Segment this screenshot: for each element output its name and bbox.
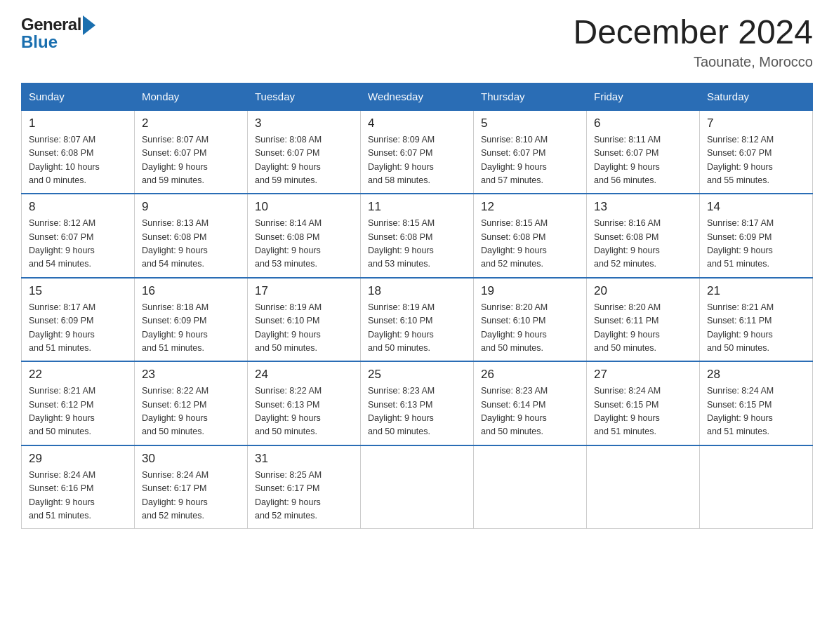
calendar-day-cell: 17 Sunrise: 8:19 AMSunset: 6:10 PMDaylig… [248,278,361,362]
location-text: Taounate, Morocco [573,54,813,70]
day-info: Sunrise: 8:18 AMSunset: 6:09 PMDaylight:… [142,301,240,356]
day-info: Sunrise: 8:07 AMSunset: 6:08 PMDaylight:… [29,133,127,188]
day-number: 29 [29,452,127,466]
day-info: Sunrise: 8:24 AMSunset: 6:15 PMDaylight:… [707,384,805,439]
day-info: Sunrise: 8:11 AMSunset: 6:07 PMDaylight:… [594,133,692,188]
day-info: Sunrise: 8:17 AMSunset: 6:09 PMDaylight:… [707,217,805,271]
calendar-week-row: 29 Sunrise: 8:24 AMSunset: 6:16 PMDaylig… [22,445,813,529]
title-section: December 2024 Taounate, Morocco [573,14,813,70]
day-number: 2 [142,116,240,130]
day-info: Sunrise: 8:22 AMSunset: 6:12 PMDaylight:… [142,384,240,439]
day-info: Sunrise: 8:19 AMSunset: 6:10 PMDaylight:… [368,301,466,356]
calendar-day-cell: 10 Sunrise: 8:14 AMSunset: 6:08 PMDaylig… [248,194,361,278]
day-info: Sunrise: 8:25 AMSunset: 6:17 PMDaylight:… [255,469,353,523]
day-number: 5 [481,116,579,130]
day-header-monday: Monday [135,83,248,110]
day-info: Sunrise: 8:22 AMSunset: 6:13 PMDaylight:… [255,384,353,439]
calendar-day-cell: 12 Sunrise: 8:15 AMSunset: 6:08 PMDaylig… [474,194,587,278]
calendar-week-row: 22 Sunrise: 8:21 AMSunset: 6:12 PMDaylig… [22,361,813,445]
month-title: December 2024 [573,14,813,51]
calendar-day-cell: 31 Sunrise: 8:25 AMSunset: 6:17 PMDaylig… [248,445,361,529]
day-number: 22 [29,368,127,382]
day-number: 23 [142,368,240,382]
day-header-thursday: Thursday [474,83,587,110]
calendar-day-cell [587,445,700,529]
calendar-day-cell: 9 Sunrise: 8:13 AMSunset: 6:08 PMDayligh… [135,194,248,278]
day-header-friday: Friday [587,83,700,110]
day-number: 19 [481,284,579,298]
logo: General Blue [21,14,95,52]
logo-arrow-icon [83,15,95,35]
calendar-day-cell: 21 Sunrise: 8:21 AMSunset: 6:11 PMDaylig… [700,278,813,362]
calendar-week-row: 15 Sunrise: 8:17 AMSunset: 6:09 PMDaylig… [22,278,813,362]
day-info: Sunrise: 8:10 AMSunset: 6:07 PMDaylight:… [481,133,579,188]
calendar-day-cell: 25 Sunrise: 8:23 AMSunset: 6:13 PMDaylig… [361,361,474,445]
calendar-table: SundayMondayTuesdayWednesdayThursdayFrid… [21,83,813,530]
day-info: Sunrise: 8:21 AMSunset: 6:11 PMDaylight:… [707,301,805,356]
day-info: Sunrise: 8:09 AMSunset: 6:07 PMDaylight:… [368,133,466,188]
logo-blue-text: Blue [21,32,58,52]
day-info: Sunrise: 8:16 AMSunset: 6:08 PMDaylight:… [594,217,692,271]
calendar-week-row: 1 Sunrise: 8:07 AMSunset: 6:08 PMDayligh… [22,110,813,194]
day-number: 14 [707,200,805,214]
day-info: Sunrise: 8:24 AMSunset: 6:17 PMDaylight:… [142,469,240,523]
calendar-day-cell: 4 Sunrise: 8:09 AMSunset: 6:07 PMDayligh… [361,110,474,194]
day-number: 10 [255,200,353,214]
day-number: 30 [142,452,240,466]
day-number: 24 [255,368,353,382]
calendar-header-row: SundayMondayTuesdayWednesdayThursdayFrid… [22,83,813,110]
day-info: Sunrise: 8:24 AMSunset: 6:16 PMDaylight:… [29,469,127,523]
day-info: Sunrise: 8:20 AMSunset: 6:10 PMDaylight:… [481,301,579,356]
day-number: 13 [594,200,692,214]
calendar-day-cell: 1 Sunrise: 8:07 AMSunset: 6:08 PMDayligh… [22,110,135,194]
day-info: Sunrise: 8:12 AMSunset: 6:07 PMDaylight:… [29,217,127,271]
day-info: Sunrise: 8:07 AMSunset: 6:07 PMDaylight:… [142,133,240,188]
calendar-day-cell: 23 Sunrise: 8:22 AMSunset: 6:12 PMDaylig… [135,361,248,445]
day-info: Sunrise: 8:23 AMSunset: 6:13 PMDaylight:… [368,384,466,439]
day-info: Sunrise: 8:17 AMSunset: 6:09 PMDaylight:… [29,301,127,356]
calendar-day-cell: 24 Sunrise: 8:22 AMSunset: 6:13 PMDaylig… [248,361,361,445]
day-number: 7 [707,116,805,130]
calendar-day-cell [361,445,474,529]
day-info: Sunrise: 8:20 AMSunset: 6:11 PMDaylight:… [594,301,692,356]
calendar-day-cell: 16 Sunrise: 8:18 AMSunset: 6:09 PMDaylig… [135,278,248,362]
day-info: Sunrise: 8:12 AMSunset: 6:07 PMDaylight:… [707,133,805,188]
day-number: 15 [29,284,127,298]
day-number: 31 [255,452,353,466]
calendar-day-cell: 18 Sunrise: 8:19 AMSunset: 6:10 PMDaylig… [361,278,474,362]
calendar-day-cell: 13 Sunrise: 8:16 AMSunset: 6:08 PMDaylig… [587,194,700,278]
day-info: Sunrise: 8:23 AMSunset: 6:14 PMDaylight:… [481,384,579,439]
calendar-day-cell: 14 Sunrise: 8:17 AMSunset: 6:09 PMDaylig… [700,194,813,278]
calendar-day-cell: 2 Sunrise: 8:07 AMSunset: 6:07 PMDayligh… [135,110,248,194]
calendar-day-cell: 15 Sunrise: 8:17 AMSunset: 6:09 PMDaylig… [22,278,135,362]
day-number: 8 [29,200,127,214]
day-info: Sunrise: 8:21 AMSunset: 6:12 PMDaylight:… [29,384,127,439]
day-info: Sunrise: 8:15 AMSunset: 6:08 PMDaylight:… [481,217,579,271]
calendar-day-cell: 22 Sunrise: 8:21 AMSunset: 6:12 PMDaylig… [22,361,135,445]
day-number: 12 [481,200,579,214]
calendar-day-cell: 11 Sunrise: 8:15 AMSunset: 6:08 PMDaylig… [361,194,474,278]
calendar-day-cell: 27 Sunrise: 8:24 AMSunset: 6:15 PMDaylig… [587,361,700,445]
day-header-saturday: Saturday [700,83,813,110]
day-number: 17 [255,284,353,298]
calendar-day-cell: 30 Sunrise: 8:24 AMSunset: 6:17 PMDaylig… [135,445,248,529]
day-info: Sunrise: 8:24 AMSunset: 6:15 PMDaylight:… [594,384,692,439]
day-number: 18 [368,284,466,298]
day-number: 28 [707,368,805,382]
day-header-wednesday: Wednesday [361,83,474,110]
calendar-day-cell: 6 Sunrise: 8:11 AMSunset: 6:07 PMDayligh… [587,110,700,194]
day-number: 20 [594,284,692,298]
calendar-day-cell: 29 Sunrise: 8:24 AMSunset: 6:16 PMDaylig… [22,445,135,529]
day-info: Sunrise: 8:19 AMSunset: 6:10 PMDaylight:… [255,301,353,356]
day-number: 25 [368,368,466,382]
day-info: Sunrise: 8:08 AMSunset: 6:07 PMDaylight:… [255,133,353,188]
day-number: 4 [368,116,466,130]
day-number: 16 [142,284,240,298]
calendar-day-cell: 8 Sunrise: 8:12 AMSunset: 6:07 PMDayligh… [22,194,135,278]
day-number: 21 [707,284,805,298]
day-info: Sunrise: 8:13 AMSunset: 6:08 PMDaylight:… [142,217,240,271]
calendar-day-cell [700,445,813,529]
day-header-sunday: Sunday [22,83,135,110]
day-number: 3 [255,116,353,130]
day-number: 1 [29,116,127,130]
